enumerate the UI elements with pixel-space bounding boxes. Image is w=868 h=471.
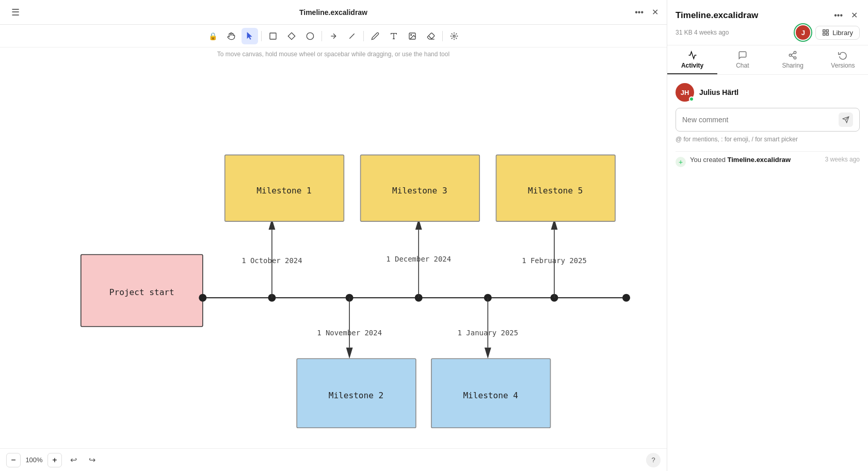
bottom-bar: − 100% + ↩ ↪ ? bbox=[0, 448, 667, 471]
svg-point-49 bbox=[794, 52, 796, 54]
svg-rect-0 bbox=[270, 33, 276, 39]
svg-line-52 bbox=[792, 56, 794, 57]
tab-sharing-label: Sharing bbox=[782, 62, 803, 69]
hand-tool-button[interactable] bbox=[223, 28, 239, 44]
sidebar-toggle-button[interactable]: ☰ bbox=[6, 3, 25, 22]
panel-subtitle: 31 KB 4 weeks ago bbox=[676, 29, 729, 36]
panel-tabs: Activity Chat Sharing Versions bbox=[667, 45, 868, 75]
svg-point-51 bbox=[794, 57, 796, 59]
select-tool-button[interactable] bbox=[242, 28, 258, 44]
svg-text:Milestone 3: Milestone 3 bbox=[392, 186, 447, 196]
diamond-tool-button[interactable] bbox=[283, 28, 300, 44]
diagram-svg: Project start 1 October 2024 Milestone 1… bbox=[0, 61, 667, 448]
text-tool-button[interactable] bbox=[385, 28, 402, 44]
svg-text:1 November 2024: 1 November 2024 bbox=[317, 329, 382, 337]
svg-line-53 bbox=[792, 53, 794, 55]
line-tool-button[interactable] bbox=[344, 28, 360, 44]
user-avatar: JH bbox=[676, 83, 694, 102]
svg-text:1 February 2025: 1 February 2025 bbox=[522, 256, 587, 265]
avatar-initials: JH bbox=[681, 89, 689, 96]
right-panel: Timeline.excalidraw ••• ✕ 31 KB 4 weeks … bbox=[667, 0, 868, 471]
drawing-canvas[interactable]: Project start 1 October 2024 Milestone 1… bbox=[0, 61, 667, 448]
comment-input[interactable] bbox=[682, 116, 839, 124]
tab-activity-label: Activity bbox=[681, 62, 703, 69]
library-button[interactable]: Library bbox=[815, 26, 860, 40]
document-title: Timeline.excalidraw bbox=[299, 8, 367, 17]
tab-chat[interactable]: Chat bbox=[717, 45, 767, 74]
panel-body: JH Julius Härtl @ for mentions, : for em… bbox=[667, 75, 868, 471]
tab-versions-label: Versions bbox=[831, 62, 855, 69]
more-options-button[interactable]: ••• bbox=[633, 6, 646, 19]
zoom-in-button[interactable]: + bbox=[47, 453, 62, 467]
panel-header: Timeline.excalidraw ••• ✕ 31 KB 4 weeks … bbox=[667, 0, 868, 45]
svg-rect-47 bbox=[826, 33, 828, 35]
canvas-hint: To move canvas, hold mouse wheel or spac… bbox=[0, 47, 667, 61]
extra-tool-button[interactable] bbox=[446, 28, 462, 44]
user-avatar-top: J bbox=[795, 24, 811, 41]
activity-plus-icon: + bbox=[676, 157, 686, 167]
comment-hint: @ for mentions, : for emoji, / for smart… bbox=[676, 136, 860, 143]
svg-rect-48 bbox=[823, 33, 825, 35]
lock-tool-button[interactable]: 🔒 bbox=[204, 28, 221, 44]
panel-title-row: Timeline.excalidraw ••• ✕ bbox=[676, 8, 860, 22]
sidebar-toggle-area: ☰ bbox=[6, 3, 25, 22]
toolbar-divider-1 bbox=[261, 31, 262, 41]
close-button[interactable]: ✕ bbox=[650, 5, 661, 19]
chat-icon bbox=[738, 51, 747, 60]
svg-point-13 bbox=[199, 294, 206, 302]
svg-text:Milestone 4: Milestone 4 bbox=[463, 391, 518, 400]
help-button[interactable]: ? bbox=[646, 453, 661, 467]
arrow-tool-button[interactable] bbox=[325, 28, 342, 44]
svg-point-2 bbox=[307, 33, 313, 39]
svg-text:Milestone 5: Milestone 5 bbox=[528, 186, 583, 196]
tab-sharing[interactable]: Sharing bbox=[768, 45, 818, 74]
pencil-tool-button[interactable] bbox=[367, 28, 383, 44]
ellipse-tool-button[interactable] bbox=[302, 28, 318, 44]
svg-point-8 bbox=[411, 34, 412, 35]
top-bar: ☰ Timeline.excalidraw ••• ✕ bbox=[0, 0, 667, 25]
panel-more-button[interactable]: ••• bbox=[832, 8, 845, 22]
tab-versions[interactable]: Versions bbox=[818, 45, 868, 74]
user-name: Julius Härtl bbox=[699, 88, 738, 96]
send-icon bbox=[842, 116, 849, 123]
toolbar-divider-3 bbox=[363, 31, 364, 41]
zoom-level-display: 100% bbox=[25, 456, 43, 464]
svg-line-4 bbox=[349, 34, 354, 38]
svg-text:Milestone 2: Milestone 2 bbox=[329, 391, 383, 400]
comment-send-button[interactable] bbox=[839, 112, 853, 127]
online-indicator bbox=[689, 96, 694, 102]
svg-marker-36 bbox=[346, 348, 353, 359]
toolbar-divider-2 bbox=[322, 31, 322, 41]
svg-point-19 bbox=[622, 294, 630, 302]
tab-activity[interactable]: Activity bbox=[667, 45, 717, 74]
library-label: Library bbox=[832, 29, 853, 37]
activity-prefix: You created bbox=[690, 156, 728, 164]
activity-text: You created Timeline.excalidraw bbox=[690, 156, 821, 164]
comment-box[interactable] bbox=[676, 108, 860, 132]
undo-button[interactable]: ↩ bbox=[66, 453, 81, 467]
activity-time: 3 weeks ago bbox=[825, 156, 860, 163]
svg-text:1 January 2025: 1 January 2025 bbox=[458, 329, 518, 337]
user-row: JH Julius Härtl bbox=[676, 83, 860, 102]
image-tool-button[interactable] bbox=[404, 28, 421, 44]
tab-chat-label: Chat bbox=[736, 62, 749, 69]
sharing-icon bbox=[788, 51, 797, 60]
panel-title: Timeline.excalidraw bbox=[676, 10, 758, 21]
zoom-out-button[interactable]: − bbox=[6, 453, 21, 467]
activity-icon bbox=[688, 51, 697, 60]
panel-close-button[interactable]: ✕ bbox=[849, 8, 860, 22]
redo-button[interactable]: ↪ bbox=[85, 453, 99, 467]
drawing-toolbar: 🔒 bbox=[0, 25, 667, 47]
rectangle-tool-button[interactable] bbox=[265, 28, 281, 44]
eraser-tool-button[interactable] bbox=[423, 28, 439, 44]
versions-icon bbox=[838, 51, 847, 60]
library-icon bbox=[822, 29, 829, 36]
activity-filename: Timeline.excalidraw bbox=[728, 156, 791, 164]
svg-point-9 bbox=[453, 35, 455, 37]
activity-item: + You created Timeline.excalidraw 3 week… bbox=[676, 151, 860, 171]
svg-marker-1 bbox=[288, 33, 295, 39]
toolbar-divider-4 bbox=[442, 31, 443, 41]
panel-header-actions: ••• ✕ bbox=[832, 8, 860, 22]
svg-text:Milestone 1: Milestone 1 bbox=[256, 186, 311, 196]
top-bar-actions: ••• ✕ bbox=[633, 5, 661, 19]
